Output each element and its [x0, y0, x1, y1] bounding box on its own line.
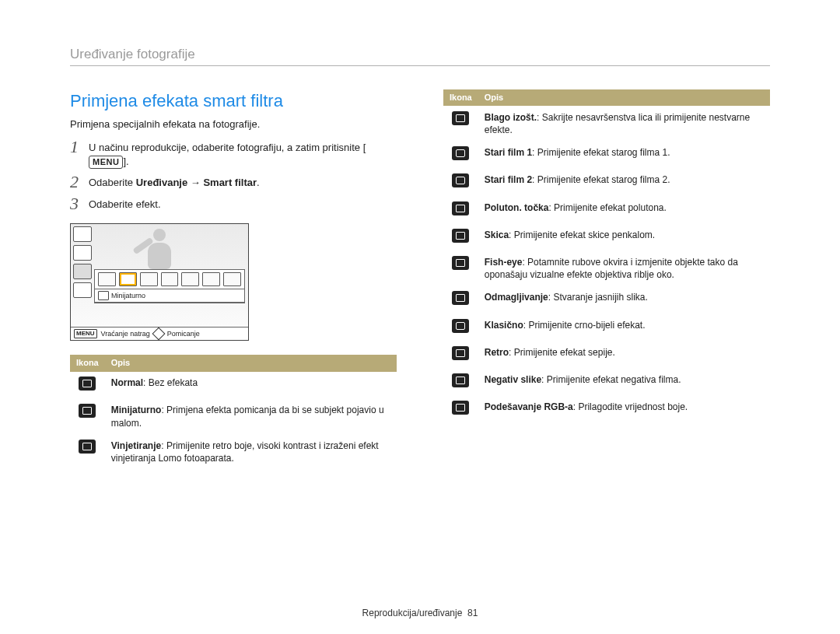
effect-desc: : Primijenite efekat sepije. — [509, 347, 615, 358]
step-text-bold: Uređivanje → Smart filtar — [136, 177, 257, 188]
table-row: Retro: Primijenite efekat sepije. — [443, 341, 770, 368]
selected-effect-label-row: Minijaturno — [95, 289, 244, 303]
mini-effect-icon — [98, 291, 109, 300]
effect-icon — [79, 377, 96, 391]
effect-desc: : Primijenite efekat starog filma 2. — [532, 174, 670, 185]
effect-icon — [452, 229, 469, 243]
effect-thumb — [223, 272, 241, 286]
screenshot-body: Minijaturno — [71, 224, 248, 327]
footer-section: Reprodukcija/uređivanje — [362, 608, 463, 618]
effect-icon — [452, 173, 469, 187]
effect-thumb — [202, 272, 220, 286]
side-icon — [73, 245, 92, 261]
table-header-icon: Ikona — [443, 89, 478, 106]
table-row: Klasično: Primijenite crno-bijeli efekat… — [443, 313, 770, 341]
camera-ui-screenshot: Minijaturno MENU Vraćanje natrag Pomican… — [70, 223, 249, 342]
effect-icon — [452, 291, 469, 305]
table-row: Normal: Bez efekata — [70, 372, 397, 399]
effect-desc: : Prilagodite vrijednost boje. — [573, 401, 688, 412]
effect-desc: : Primijenite efekat skice penkalom. — [509, 229, 655, 240]
step-text-post: . — [257, 177, 260, 188]
nav-diamond-icon — [152, 328, 165, 341]
effect-thumb — [140, 272, 158, 286]
step-2: 2 Odaberite Uređivanje → Smart filtar. — [70, 173, 397, 191]
right-column: Ikona Opis Blago izošt.: Sakrijte nesavr… — [443, 89, 770, 469]
effect-thumb — [98, 272, 116, 286]
screenshot-footer: MENU Vraćanje natrag Pomicanje — [71, 327, 248, 341]
table-row: Minijaturno: Primjena efekta pomicanja d… — [70, 399, 397, 434]
effect-desc: : Primijenite crno-bijeli efekat. — [523, 320, 646, 331]
effect-name: Odmagljivanje — [485, 292, 548, 303]
side-icon — [73, 226, 92, 242]
effect-name: Negativ slike — [485, 374, 541, 385]
filmstrip-row — [95, 270, 244, 289]
menu-key-icon: MENU — [74, 329, 97, 339]
table-row: Blago izošt.: Sakrijte nesavršenstva lic… — [443, 106, 770, 141]
intro-text: Primjena specijalnih efekata na fotograf… — [70, 117, 397, 131]
effect-desc: : Bez efekata — [143, 377, 198, 388]
table-row: Odmagljivanje: Stvaranje jasnijih slika. — [443, 286, 770, 313]
table-row: Stari film 2: Primijenite efekat starog … — [443, 169, 770, 196]
menu-key-icon: MENU — [89, 156, 123, 169]
effect-icon — [452, 111, 469, 125]
footer-back-label: Vraćanje natrag — [101, 329, 150, 338]
table-row: Stari film 1: Primijenite efekat starog … — [443, 142, 770, 169]
effect-thumb — [161, 272, 179, 286]
side-icon — [73, 282, 92, 298]
selected-effect-label: Minijaturno — [111, 291, 145, 300]
effect-desc: : Primijenite efekat negativa filma. — [541, 374, 681, 385]
table-header-desc: Opis — [478, 89, 770, 106]
table-header-icon: Ikona — [70, 355, 105, 371]
screenshot-side-icons — [73, 226, 92, 298]
step-text: U načinu reprodukcije, odaberite fotogra… — [89, 138, 397, 168]
effects-table-left: Ikona Opis Normal: Bez efekata Minijatur… — [70, 355, 397, 469]
effect-name: Stari film 2 — [485, 174, 532, 185]
effect-name: Fish-eye — [485, 257, 523, 268]
step-text-post: ]. — [123, 156, 128, 167]
effect-name: Blago izošt. — [485, 112, 537, 123]
table-row: Negativ slike: Primijenite efekat negati… — [443, 368, 770, 395]
effect-name: Poluton. točka — [485, 202, 549, 213]
effect-icon — [452, 319, 469, 333]
page-number: 81 — [467, 608, 478, 618]
step-text: Odaberite Uređivanje → Smart filtar. — [89, 173, 260, 190]
effect-name: Podešavanje RGB-a — [485, 401, 573, 412]
step-text-pre: Odaberite — [89, 177, 136, 188]
step-text-pre: U načinu reprodukcije, odaberite fotogra… — [89, 142, 366, 153]
content-columns: Primjena efekata smart filtra Primjena s… — [70, 89, 770, 469]
effect-desc: : Potamnite rubove okvira i izmjenite ob… — [485, 257, 738, 280]
effect-desc: : Primijenite efekat polutona. — [548, 202, 666, 213]
step-number: 2 — [70, 173, 89, 191]
effect-name: Minijaturno — [111, 405, 162, 415]
effect-name: Stari film 1 — [485, 147, 532, 158]
effect-icon — [452, 146, 469, 160]
effect-icon — [452, 346, 469, 360]
effect-icon — [452, 201, 469, 215]
step-3: 3 Odaberite efekt. — [70, 195, 397, 212]
effect-name: Skica — [485, 229, 509, 240]
table-row: Poluton. točka: Primijenite efekat polut… — [443, 196, 770, 223]
step-number: 1 — [70, 138, 89, 156]
effect-desc: : Stvaranje jasnijih slika. — [548, 292, 648, 303]
step-number: 3 — [70, 195, 89, 212]
effect-thumb — [181, 272, 199, 286]
step-text: Odaberite efekt. — [89, 195, 161, 212]
effect-name: Retro — [485, 347, 509, 358]
left-column: Primjena efekata smart filtra Primjena s… — [70, 89, 397, 469]
effect-desc: : Primijenite efekat starog filma 1. — [532, 147, 670, 158]
effects-table-right: Ikona Opis Blago izošt.: Sakrijte nesavr… — [443, 89, 770, 422]
effect-icon — [79, 404, 96, 418]
table-header-desc: Opis — [105, 355, 397, 371]
effect-name: Vinjetiranje — [111, 440, 161, 451]
footer-move-label: Pomicanje — [167, 329, 200, 338]
effect-name: Normal — [111, 377, 143, 388]
effect-icon — [452, 256, 469, 270]
breadcrumb: Uređivanje fotografije — [70, 47, 770, 66]
side-icon-selected — [73, 264, 92, 279]
table-row: Vinjetiranje: Primijenite retro boje, vi… — [70, 434, 397, 469]
table-row: Fish-eye: Potamnite rubove okvira i izmj… — [443, 250, 770, 285]
steps-list: 1 U načinu reprodukcije, odaberite fotog… — [70, 138, 397, 212]
step-1: 1 U načinu reprodukcije, odaberite fotog… — [70, 138, 397, 168]
section-heading: Primjena efekata smart filtra — [70, 89, 397, 113]
effect-name: Klasično — [485, 320, 523, 331]
